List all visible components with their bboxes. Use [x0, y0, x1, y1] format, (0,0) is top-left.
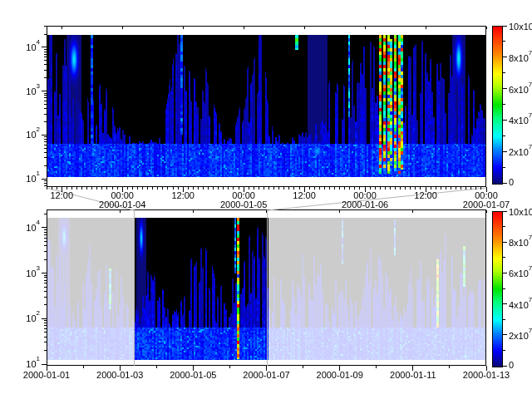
y-minor-tick	[44, 304, 47, 305]
x-minor-tick	[218, 187, 219, 190]
colorbar-major-tick	[503, 26, 507, 27]
colorbar-major-tick	[503, 366, 507, 367]
y-minor-tick	[44, 165, 47, 166]
colorbar-minor-tick	[503, 167, 505, 168]
x-tick-time-label: 12:00	[150, 190, 216, 200]
x-minor-tick	[319, 187, 320, 190]
y-major-tick	[42, 227, 47, 228]
y-tick-label: 103	[15, 267, 40, 278]
colorbar-major-tick	[503, 88, 507, 89]
x-minor-tick	[71, 187, 72, 190]
x-minor-tick	[223, 187, 224, 190]
colorbar-major-tick	[503, 273, 507, 273]
y-major-tick	[42, 318, 47, 319]
x-minor-tick	[390, 187, 391, 190]
x-minor-tick	[229, 366, 230, 368]
x-minor-tick	[344, 187, 345, 190]
x-minor-tick	[127, 187, 128, 190]
colorbar-minor-tick	[503, 226, 505, 227]
y-minor-tick	[44, 97, 47, 98]
y-minor-tick	[44, 60, 47, 61]
x-minor-tick	[288, 187, 289, 190]
y-minor-tick	[44, 141, 47, 142]
x-minor-tick	[106, 187, 107, 190]
y-minor-tick	[44, 332, 47, 332]
x-minor-tick	[436, 187, 436, 190]
colorbar-tick-label: 10x107	[509, 205, 532, 217]
x-minor-tick	[273, 187, 274, 190]
y-minor-tick	[44, 275, 47, 276]
y-minor-tick	[44, 136, 47, 137]
x-minor-tick	[410, 187, 411, 190]
x-minor-tick	[188, 187, 189, 190]
y-minor-tick	[44, 325, 47, 326]
y-minor-tick	[44, 54, 47, 55]
y-minor-tick	[44, 34, 47, 35]
y-minor-tick	[44, 26, 47, 27]
y-minor-tick	[44, 180, 47, 181]
y-minor-tick	[44, 77, 47, 78]
x-minor-tick	[380, 187, 381, 190]
x-top-tick	[193, 210, 194, 213]
colorbar-major-tick	[503, 211, 507, 212]
x-top-tick	[266, 210, 267, 213]
x-top-tick	[426, 27, 426, 29]
y-minor-tick	[44, 101, 47, 101]
y-major-tick	[42, 179, 47, 180]
y-minor-tick	[44, 277, 47, 278]
y-minor-tick	[44, 234, 47, 235]
x-minor-tick	[309, 187, 310, 190]
x-minor-tick	[431, 187, 431, 190]
x-minor-tick	[299, 187, 300, 190]
colorbar-tick-label: 10x107	[509, 20, 532, 32]
x-minor-tick	[152, 187, 153, 190]
x-minor-tick	[420, 187, 421, 190]
colorbar-tick-label: 2x107	[509, 329, 532, 341]
x-minor-tick	[96, 187, 97, 190]
y-tick-label: 101	[15, 357, 40, 369]
x-tick-date-label: 2000-01-01	[9, 370, 84, 380]
colorbar-tick-label: 8x107	[509, 52, 532, 63]
x-top-tick	[183, 27, 184, 29]
y-tick-label: 104	[15, 221, 40, 233]
x-minor-tick	[461, 187, 461, 190]
x-minor-tick	[334, 187, 335, 190]
y-tick-label: 102	[15, 128, 40, 140]
y-minor-tick	[44, 323, 47, 323]
y-minor-tick	[44, 185, 47, 186]
y-tick-label: 103	[15, 85, 40, 96]
x-top-tick	[365, 27, 366, 29]
x-minor-tick	[66, 187, 67, 190]
x-minor-tick	[86, 187, 87, 190]
context-colorbar	[492, 211, 503, 367]
x-minor-tick	[314, 187, 315, 190]
x-top-tick	[412, 210, 413, 213]
x-minor-tick	[239, 187, 239, 190]
x-tick-date-label: 2000-01-05	[155, 370, 230, 380]
colorbar-tick-label: 0	[509, 177, 532, 187]
x-minor-tick	[385, 187, 386, 190]
x-minor-tick	[354, 187, 355, 190]
colorbar-major-tick	[503, 151, 507, 152]
y-minor-tick	[44, 280, 47, 281]
y-minor-tick	[44, 139, 47, 140]
x-minor-tick	[137, 187, 138, 190]
y-minor-tick	[44, 259, 47, 260]
x-minor-tick	[167, 187, 168, 190]
y-minor-tick	[44, 114, 47, 115]
x-top-tick	[486, 210, 487, 213]
colorbar-major-tick	[503, 303, 507, 304]
x-minor-tick	[359, 187, 360, 190]
x-minor-tick	[480, 187, 481, 190]
colorbar-tick-label: 6x107	[509, 83, 532, 95]
zoom-selection-box[interactable]	[134, 209, 268, 366]
x-tick-date-label: 2000-01-11	[376, 370, 451, 380]
x-tick-date-label: 2000-01-07	[229, 370, 304, 380]
x-minor-tick	[466, 187, 466, 190]
y-tick-label: 104	[15, 41, 40, 52]
x-top-tick	[304, 27, 305, 29]
colorbar-minor-tick	[503, 257, 505, 258]
y-minor-tick	[44, 57, 47, 57]
x-minor-tick	[228, 187, 229, 190]
x-minor-tick	[283, 187, 284, 190]
